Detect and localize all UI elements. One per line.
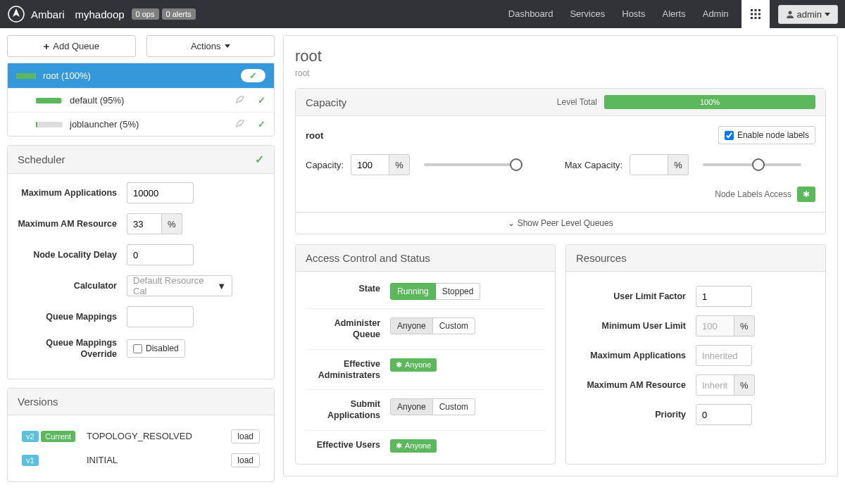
queue-item-joblauncher[interactable]: joblauncher (5%) ✓ [8, 112, 274, 136]
check-icon: ✓ [258, 119, 265, 130]
apps-grid-button[interactable] [741, 0, 770, 28]
current-tag: Current [41, 431, 75, 442]
asterisk-icon: ✱ [396, 360, 402, 370]
state-toggle[interactable]: Running Stopped [390, 283, 480, 300]
anyone-tag: ✱ Anyone [390, 358, 437, 372]
max-am-label: Maximum AM Resource [18, 218, 127, 229]
scheduler-panel: Scheduler ✓ Maximum Applications Maximum… [7, 145, 275, 379]
svg-rect-1 [751, 9, 753, 11]
nav-alerts[interactable]: Alerts [653, 0, 694, 28]
queue-status-pill: ✓ [241, 69, 265, 82]
qmo-checkbox[interactable]: Disabled [127, 339, 185, 358]
priority-input[interactable] [696, 404, 752, 425]
versions-title: Versions [18, 396, 58, 408]
max-am-resource-input[interactable] [696, 374, 734, 396]
svg-rect-4 [751, 13, 753, 15]
capacity-heading: Capacity [306, 96, 346, 108]
max-am-resource-label: Maximum AM Resource [576, 380, 696, 390]
queue-item-default[interactable]: default (95%) ✓ [8, 88, 274, 112]
svg-rect-5 [754, 13, 756, 15]
anyone-tag: ✱ Anyone [390, 439, 437, 453]
administer-queue-toggle[interactable]: Anyone Custom [390, 317, 475, 334]
submit-apps-label: Submit Applications [306, 398, 390, 422]
queue-label: root (100%) [43, 70, 91, 81]
queue-tree: root (100%) ✓ default (95%) ✓ [7, 63, 275, 137]
capacity-panel: Capacity Level Total 100% root Enable no… [295, 88, 826, 234]
level-total-label: Level Total [557, 97, 597, 107]
svg-rect-8 [754, 17, 756, 19]
locality-input[interactable] [127, 244, 194, 265]
versions-panel: Versions v2 Current TOPOLOGY_RESOLVED lo… [7, 388, 275, 482]
nav-dashboard[interactable]: Dashboard [500, 0, 562, 28]
min-user-limit-input[interactable] [696, 315, 734, 336]
add-queue-button[interactable]: + Add Queue [7, 35, 136, 57]
svg-rect-3 [758, 9, 760, 11]
state-stopped-button[interactable]: Stopped [436, 283, 481, 300]
level-total-bar: 100% [604, 95, 815, 109]
max-capacity-input[interactable] [630, 154, 668, 175]
user-limit-factor-input[interactable] [696, 286, 752, 307]
user-limit-factor-label: User Limit Factor [576, 291, 696, 301]
node-labels-access-button[interactable]: ✱ [797, 187, 815, 202]
calculator-select[interactable]: Default Resource Cal ▼ [127, 275, 232, 296]
access-control-panel: Access Control and Status State Running … [295, 244, 556, 465]
nav-hosts[interactable]: Hosts [613, 0, 653, 28]
brand[interactable]: Ambari [31, 8, 65, 20]
queue-title: root [295, 47, 826, 65]
capacity-label: Capacity: [306, 160, 344, 170]
version-name: INITIAL [84, 449, 226, 472]
max-capacity-slider[interactable] [703, 163, 801, 166]
max-applications-label: Maximum Applications [576, 351, 696, 360]
cluster-name[interactable]: myhadoop [75, 8, 125, 20]
show-peer-queues-toggle[interactable]: ⌄ Show Peer Level Queues [296, 212, 825, 234]
svg-rect-9 [758, 17, 760, 19]
queue-label: default (95%) [70, 95, 124, 106]
enable-node-labels-checkbox[interactable]: Enable node labels [718, 126, 815, 144]
version-tag: v1 [22, 455, 39, 466]
state-running-button[interactable]: Running [390, 283, 436, 300]
caret-down-icon [825, 13, 830, 16]
version-row: v2 Current TOPOLOGY_RESOLVED load [19, 425, 263, 448]
alerts-badge[interactable]: 0 alerts [162, 8, 196, 20]
custom-button[interactable]: Custom [433, 317, 475, 334]
check-icon: ✓ [255, 153, 264, 166]
queue-mappings-input[interactable] [127, 306, 194, 327]
actions-button[interactable]: Actions [146, 35, 275, 57]
custom-button[interactable]: Custom [433, 398, 475, 415]
capacity-input[interactable] [351, 154, 389, 175]
capacity-slider[interactable] [424, 163, 522, 166]
resources-heading: Resources [576, 252, 627, 264]
node-labels-access-label: Node Labels Access [715, 189, 791, 199]
load-version-button[interactable]: load [231, 453, 260, 467]
ambari-logo [7, 5, 25, 23]
anyone-button[interactable]: Anyone [390, 398, 433, 415]
user-icon [786, 10, 794, 18]
queue-label: joblauncher (5%) [70, 119, 139, 130]
queue-item-root[interactable]: root (100%) ✓ [8, 63, 274, 88]
svg-rect-7 [751, 17, 753, 19]
nav-admin[interactable]: Admin [694, 0, 737, 28]
effective-admins-label: Effective Administraters [306, 358, 390, 382]
chevron-down-icon: ⌄ [508, 218, 515, 228]
breadcrumb: root [295, 68, 826, 78]
max-applications-input[interactable] [696, 345, 752, 366]
max-apps-input[interactable] [127, 182, 194, 203]
check-icon: ✓ [258, 95, 265, 106]
version-row: v1 INITIAL load [19, 449, 263, 472]
locality-label: Node Locality Delay [18, 249, 127, 260]
administer-queue-label: Administer Queue [306, 317, 390, 341]
load-version-button[interactable]: load [231, 429, 260, 443]
calculator-label: Calculator [18, 280, 127, 291]
max-capacity-label: Max Capacity: [565, 160, 622, 170]
max-am-input[interactable] [127, 213, 162, 234]
admin-user-button[interactable]: admin [778, 5, 838, 24]
anyone-button[interactable]: Anyone [390, 317, 433, 334]
nav-services[interactable]: Services [561, 0, 613, 28]
resources-panel: Resources User Limit Factor Minimum User… [565, 244, 826, 465]
queue-detail-panel: root root Capacity Level Total 100% root… [283, 35, 838, 477]
submit-apps-toggle[interactable]: Anyone Custom [390, 398, 475, 415]
asterisk-icon: ✱ [396, 441, 402, 451]
ops-badge[interactable]: 0 ops [132, 8, 159, 20]
priority-label: Priority [576, 410, 696, 420]
queue-mappings-override-label: Queue Mappings Override [18, 337, 127, 360]
